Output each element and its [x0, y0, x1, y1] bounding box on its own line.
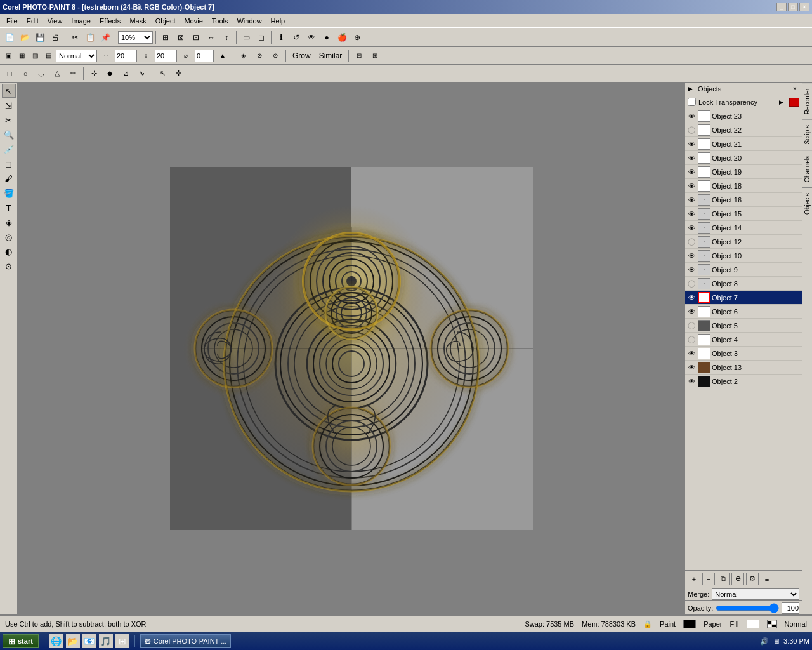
- open-button[interactable]: 📂: [18, 30, 32, 44]
- duplicate-obj-button[interactable]: ⧉: [717, 573, 730, 585]
- list-item[interactable]: ◯Object 4: [685, 333, 802, 347]
- recorder-tab[interactable]: Recorder: [802, 83, 812, 119]
- lock-transparency-menu[interactable]: ▶: [776, 98, 785, 107]
- merge-obj-button[interactable]: ⊕: [731, 573, 744, 585]
- list-item[interactable]: 👁Object 3: [685, 347, 802, 361]
- menu-object[interactable]: Object: [152, 16, 180, 26]
- crop-tool-left[interactable]: ✂: [2, 113, 16, 127]
- fill-tool[interactable]: 🪣: [2, 186, 16, 200]
- eye-icon[interactable]: 👁: [686, 307, 697, 317]
- mask-btn1[interactable]: ⊟: [352, 49, 366, 63]
- objects-list[interactable]: 👁Object 23◯Object 22👁Object 21👁Object 20…: [685, 109, 802, 570]
- list-item[interactable]: 👁·Object 10: [685, 249, 802, 263]
- sel-opt4[interactable]: ▤: [43, 50, 54, 62]
- lock-color-btn[interactable]: [789, 98, 799, 107]
- tool2-btn[interactable]: ⊠: [174, 30, 188, 44]
- lock-transparency-check[interactable]: [688, 98, 696, 106]
- menu-file[interactable]: File: [3, 16, 22, 26]
- height-input[interactable]: [155, 50, 177, 62]
- opacity-slider[interactable]: [716, 603, 779, 613]
- tool4-btn[interactable]: ↔: [204, 30, 218, 44]
- grow-button[interactable]: Grow: [289, 49, 314, 63]
- arc-tool[interactable]: ◡: [34, 67, 48, 81]
- apple-btn[interactable]: 🍎: [335, 30, 349, 44]
- menu-image[interactable]: Image: [67, 16, 95, 26]
- taskbar-mail-icon[interactable]: 📧: [82, 634, 96, 648]
- refresh-btn[interactable]: ↺: [289, 30, 303, 44]
- eye-icon[interactable]: ◯: [686, 125, 697, 135]
- properties-obj-button[interactable]: ⚙: [746, 573, 759, 585]
- eye-icon[interactable]: 👁: [686, 251, 697, 261]
- zoom-select[interactable]: 10%: [118, 31, 153, 44]
- custom-tool[interactable]: ⊙: [2, 259, 16, 273]
- tool5-btn[interactable]: ↕: [219, 30, 233, 44]
- menu-effects[interactable]: Effects: [96, 16, 124, 26]
- new-button[interactable]: 📄: [3, 30, 16, 44]
- eye-icon[interactable]: 👁: [686, 181, 697, 191]
- width-input[interactable]: [115, 50, 137, 62]
- eye-icon[interactable]: 👁: [686, 376, 697, 387]
- tool3-btn[interactable]: ⊡: [189, 30, 203, 44]
- eye-icon[interactable]: 👁: [686, 209, 697, 219]
- poly-tool[interactable]: △: [50, 67, 64, 81]
- free-btn[interactable]: ◻: [254, 30, 268, 44]
- sel-opt3[interactable]: ▥: [29, 50, 41, 62]
- tool1-btn[interactable]: ⊞: [159, 30, 173, 44]
- panel-close-button[interactable]: ×: [790, 84, 799, 93]
- record-btn[interactable]: ●: [320, 30, 334, 44]
- menu-mask[interactable]: Mask: [126, 16, 150, 26]
- invert-btn[interactable]: ⊙: [268, 49, 282, 63]
- list-item[interactable]: 👁·Object 16: [685, 193, 802, 207]
- list-item[interactable]: 👁Object 7: [685, 291, 802, 305]
- list-item[interactable]: ◯·Object 8: [685, 277, 802, 291]
- rect-select-btn[interactable]: ▭: [239, 30, 253, 44]
- preview-btn[interactable]: 👁: [304, 30, 318, 44]
- list-item[interactable]: 👁·Object 15: [685, 207, 802, 221]
- paint-tool[interactable]: 🖌: [2, 171, 16, 185]
- save-button[interactable]: 💾: [33, 30, 47, 44]
- list-item[interactable]: 👁Object 21: [685, 137, 802, 151]
- cut-button[interactable]: ✂: [68, 30, 82, 44]
- scripts-tab[interactable]: Scripts: [802, 119, 812, 150]
- eye-icon[interactable]: ◯: [686, 335, 697, 345]
- sel-opt2[interactable]: ▦: [16, 50, 27, 62]
- arrow-tool[interactable]: ↖: [155, 67, 169, 81]
- smooth-btn[interactable]: ⊘: [252, 49, 266, 63]
- list-item[interactable]: ◯Object 22: [685, 123, 802, 137]
- menu-edit[interactable]: Edit: [23, 16, 43, 26]
- new-obj-button[interactable]: +: [688, 573, 700, 585]
- pen-tool[interactable]: ✏: [66, 67, 80, 81]
- channels-tab[interactable]: Channels: [802, 150, 812, 187]
- close-button[interactable]: ×: [799, 3, 809, 11]
- list-item[interactable]: ◯Object 5: [685, 319, 802, 333]
- mode-select[interactable]: Normal: [56, 50, 97, 62]
- angle-input[interactable]: [195, 50, 214, 62]
- eye-icon[interactable]: ◯: [686, 321, 697, 331]
- crop-tool[interactable]: ⊹: [87, 67, 101, 81]
- list-item[interactable]: 👁Object 23: [685, 109, 802, 123]
- list-item[interactable]: ◯·Object 12: [685, 235, 802, 249]
- path-tool[interactable]: ⊿: [119, 67, 133, 81]
- extra-btn[interactable]: ⊕: [350, 30, 364, 44]
- eye-icon[interactable]: 👁: [686, 195, 697, 205]
- menu-movie[interactable]: Movie: [180, 16, 206, 26]
- eye-icon[interactable]: 👁: [686, 223, 697, 233]
- taskbar-volume-icon[interactable]: 🔊: [760, 637, 769, 646]
- eye-icon[interactable]: ◯: [686, 237, 697, 247]
- eye-icon[interactable]: ◯: [686, 279, 697, 289]
- list-item[interactable]: 👁Object 6: [685, 305, 802, 319]
- menu-tools[interactable]: Tools: [208, 16, 232, 26]
- list-item[interactable]: 👁·Object 9: [685, 263, 802, 277]
- eye-icon[interactable]: 👁: [686, 293, 697, 303]
- ellipse-tool[interactable]: ○: [18, 67, 32, 81]
- artwork[interactable]: ✦: [170, 167, 533, 530]
- list-item[interactable]: 👁Object 19: [685, 165, 802, 179]
- list-item[interactable]: 👁Object 18: [685, 179, 802, 193]
- list-item[interactable]: 👁Object 20: [685, 151, 802, 165]
- menu-window[interactable]: Window: [233, 16, 265, 26]
- fill-color-swatch[interactable]: [747, 620, 759, 628]
- eye-icon[interactable]: 👁: [686, 348, 697, 359]
- angle-up[interactable]: ▲: [216, 49, 230, 63]
- taskbar-folder-icon[interactable]: 📂: [66, 634, 80, 648]
- feather-btn[interactable]: ◈: [237, 49, 251, 63]
